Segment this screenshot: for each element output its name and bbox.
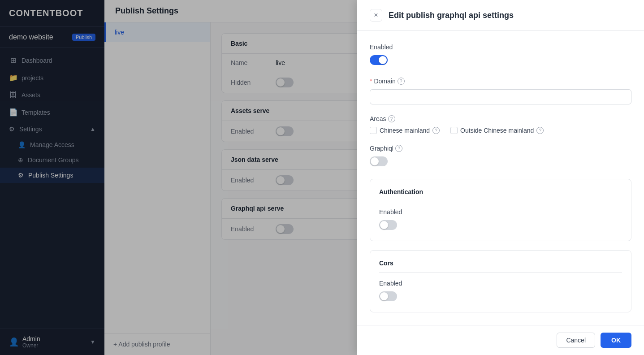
- cancel-button[interactable]: Cancel: [557, 333, 595, 348]
- graphiql-label-text: Graphiql: [370, 145, 393, 152]
- checkbox-outside-chinese-mainland[interactable]: Outside Chinese mainland ?: [450, 127, 544, 134]
- graphiql-help-icon[interactable]: ?: [395, 145, 402, 152]
- modal-footer: Cancel OK: [357, 325, 644, 355]
- chinese-mainland-help-icon[interactable]: ?: [432, 127, 440, 134]
- areas-label-text: Areas: [370, 115, 386, 122]
- domain-help-icon[interactable]: ?: [398, 78, 405, 85]
- authentication-title: Authentication: [379, 188, 622, 201]
- enabled-label: Enabled: [370, 43, 631, 51]
- domain-required-marker: *: [370, 78, 372, 85]
- domain-label: * Domain ?: [370, 78, 631, 85]
- areas-group: Areas ? Chinese mainland ? Outside Chine…: [370, 115, 631, 134]
- outside-mainland-help-icon[interactable]: ?: [536, 127, 544, 134]
- ok-button[interactable]: OK: [601, 333, 631, 348]
- checkbox-box-chinese-mainland[interactable]: [370, 127, 377, 134]
- cors-card: Cors Enabled: [370, 250, 631, 312]
- graphiql-group: Graphiql ?: [370, 145, 631, 168]
- graphiql-toggle[interactable]: [370, 156, 388, 166]
- modal-close-button[interactable]: ×: [370, 9, 382, 22]
- checkbox-chinese-mainland[interactable]: Chinese mainland ?: [370, 127, 440, 134]
- areas-label: Areas ?: [370, 115, 631, 122]
- modal-overlay: × Edit publish graphql api settings Enab…: [0, 0, 644, 355]
- auth-enabled-label: Enabled: [379, 208, 622, 216]
- cors-title: Cors: [379, 260, 622, 273]
- areas-checkbox-group: Chinese mainland ? Outside Chinese mainl…: [370, 127, 631, 134]
- modal-panel: × Edit publish graphql api settings Enab…: [357, 0, 644, 355]
- modal-title: Edit publish graphql api settings: [389, 11, 514, 20]
- cors-enabled-label: Enabled: [379, 280, 622, 287]
- enabled-toggle[interactable]: [370, 55, 388, 65]
- enabled-group: Enabled: [370, 43, 631, 67]
- domain-label-text: Domain: [374, 78, 395, 85]
- domain-group: * Domain ?: [370, 78, 631, 104]
- modal-body: Enabled * Domain ? Areas: [357, 31, 644, 334]
- areas-help-icon[interactable]: ?: [388, 115, 395, 122]
- checkbox-label-outside-chinese-mainland: Outside Chinese mainland: [460, 127, 534, 134]
- checkbox-label-chinese-mainland: Chinese mainland: [380, 127, 430, 134]
- domain-input[interactable]: [370, 89, 631, 104]
- modal-header: × Edit publish graphql api settings: [357, 0, 644, 31]
- graphiql-label: Graphiql ?: [370, 145, 631, 152]
- checkbox-box-outside-chinese-mainland[interactable]: [450, 127, 458, 134]
- cors-enabled-toggle[interactable]: [379, 291, 397, 301]
- auth-enabled-toggle[interactable]: [379, 220, 397, 230]
- authentication-card: Authentication Enabled: [370, 179, 631, 241]
